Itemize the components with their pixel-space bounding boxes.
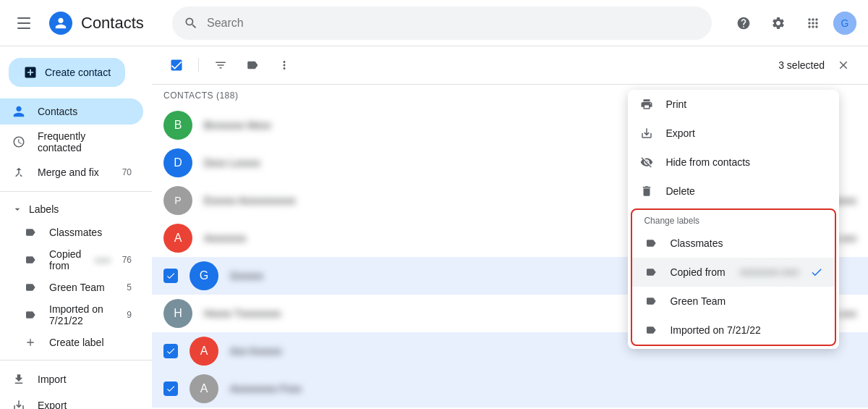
apps-button[interactable] (799, 9, 827, 38)
create-label-label: Create label (49, 337, 104, 348)
selected-count: 3 selected (778, 59, 825, 71)
context-menu: Print Export Hide from contacts (628, 90, 839, 349)
help-button[interactable] (729, 9, 758, 38)
clock-icon (12, 135, 26, 149)
label-item-classmates[interactable]: Classmates (0, 221, 143, 244)
search-bar[interactable] (172, 7, 712, 40)
change-labels-header: Change labels (632, 210, 835, 229)
create-label-button[interactable]: Create label (0, 331, 143, 354)
print-menu-label: Print (665, 98, 686, 110)
settings-button[interactable] (764, 9, 793, 38)
svg-rect-2 (171, 60, 182, 71)
label-item-imported[interactable]: Imported on 7/21/22 9 (0, 299, 143, 331)
delete-menu-label: Delete (665, 185, 694, 197)
create-contact-button[interactable]: Create contact (9, 58, 125, 87)
label-greenteam-icon (644, 294, 658, 308)
main-layout: Create contact Contacts Frequently conta… (0, 46, 868, 409)
greenteam-label: Green Team (49, 282, 105, 293)
avatar: H (163, 299, 192, 328)
delete-menu-icon (639, 184, 654, 198)
menu-item-delete[interactable]: Delete (628, 177, 839, 206)
menu-item-hide[interactable]: Hide from contacts (628, 148, 839, 177)
avatar: A (190, 337, 218, 366)
svg-text:G: G (841, 17, 849, 29)
contact-name: Axxxxxxxx Fxxx (230, 383, 856, 395)
label-copied-icon (644, 265, 658, 279)
row-checkbox[interactable] (163, 269, 178, 283)
label-icon-imported (23, 308, 38, 322)
frequently-label: Frequently contacted (38, 130, 132, 153)
search-icon (184, 16, 198, 30)
hide-menu-icon (639, 155, 654, 169)
toolbar-right: 3 selected (778, 52, 856, 78)
classmates-label: Classmates (49, 227, 102, 238)
contacts-icon (12, 104, 26, 119)
copied-from-label: Copied from (49, 248, 83, 271)
label-menu-greenteam[interactable]: Green Team (632, 287, 835, 316)
more-options-button[interactable] (271, 52, 297, 78)
label-menu-classmates[interactable]: Classmates (632, 229, 835, 258)
copied-count: 76 (122, 255, 132, 265)
greenteam-menu-label: Green Team (670, 295, 726, 307)
menu-button[interactable] (12, 9, 41, 38)
sidebar-item-frequently[interactable]: Frequently contacted (0, 125, 143, 159)
import-icon (12, 372, 26, 387)
labels-section-header[interactable]: Labels (0, 198, 152, 221)
sidebar-item-import[interactable]: Import (0, 366, 143, 392)
checkmark-icon (810, 266, 823, 279)
export-menu-icon (639, 126, 654, 140)
merge-label: Merge and fix (38, 166, 99, 178)
toolbar: 3 selected (152, 46, 868, 85)
label-item-greenteam[interactable]: Green Team 5 (0, 276, 143, 299)
avatar: B (163, 111, 192, 140)
account-avatar[interactable]: G (833, 12, 856, 35)
top-bar-actions: G (729, 9, 856, 38)
copied-menu-label: Copied from (670, 266, 725, 278)
sort-button[interactable] (208, 52, 234, 78)
row-checkbox[interactable] (163, 344, 178, 358)
imported-menu-label: Imported on 7/21/22 (670, 324, 760, 336)
sidebar: Create contact Contacts Frequently conta… (0, 46, 152, 409)
avatar: P (163, 186, 192, 215)
sidebar-item-export[interactable]: Export (0, 392, 143, 409)
print-menu-icon (639, 97, 654, 111)
export-label: Export (38, 400, 67, 409)
hamburger-icon (17, 14, 35, 32)
imported-count: 9 (127, 310, 132, 320)
chevron-down-icon (12, 203, 23, 215)
content-area: 3 selected CONTACTS (188) B Brxxxxxx Mxx… (152, 46, 868, 409)
row-checkbox[interactable] (163, 381, 178, 396)
search-input[interactable] (207, 17, 700, 30)
table-row[interactable]: A Axxxxxxxx Fxxx (152, 370, 868, 408)
sidebar-item-contacts[interactable]: Contacts (0, 98, 143, 125)
hide-menu-label: Hide from contacts (665, 156, 750, 168)
merge-count: 70 (122, 167, 132, 177)
avatar: A (163, 224, 192, 253)
contacts-label: Contacts (38, 106, 77, 117)
label-classmates-icon (644, 236, 658, 250)
merge-icon (12, 165, 26, 180)
labels-header: Labels (29, 203, 59, 215)
import-label: Import (38, 374, 67, 385)
classmates-menu-label: Classmates (670, 237, 723, 249)
label-menu-copied[interactable]: Copied from xxxxxxxxx xxxx (632, 258, 835, 287)
app-header: Contacts (12, 9, 163, 38)
app-title: Contacts (81, 14, 144, 33)
imported-label: Imported on 7/21/22 (49, 303, 115, 326)
label-menu-imported[interactable]: Imported on 7/21/22 (632, 316, 835, 345)
clear-selection-button[interactable] (830, 52, 856, 78)
export-menu-label: Export (665, 127, 694, 139)
create-contact-label: Create contact (45, 67, 111, 78)
select-all-checkbox[interactable] (163, 52, 190, 78)
menu-item-export[interactable]: Export (628, 119, 839, 148)
label-icon-copied (23, 253, 38, 267)
label-item-copied[interactable]: Copied from xxxx 76 (0, 244, 143, 276)
greenteam-count: 5 (127, 282, 132, 292)
app-logo (49, 12, 72, 35)
sidebar-item-merge[interactable]: Merge and fix 70 (0, 159, 143, 185)
menu-item-print[interactable]: Print (628, 90, 839, 119)
avatar: D (163, 148, 192, 177)
top-bar: Contacts G (0, 0, 868, 46)
label-button[interactable] (239, 52, 265, 78)
change-labels-section: Change labels Classmates Copied from xxx… (631, 208, 836, 346)
